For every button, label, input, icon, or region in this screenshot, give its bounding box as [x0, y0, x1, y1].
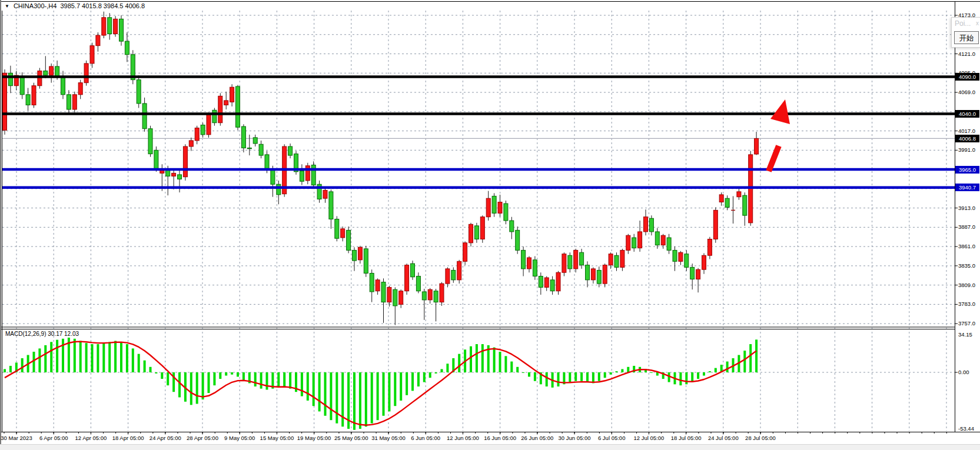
macd-histogram-bar [335, 372, 338, 424]
macd-histogram-bar [388, 372, 390, 411]
macd-histogram-bar [213, 372, 215, 385]
macd-histogram-bar [493, 348, 496, 372]
macd-histogram-bar [749, 344, 752, 372]
time-axis-label: 15 May 05:00 [260, 435, 294, 441]
candle-bull [72, 95, 77, 109]
macd-histogram-bar [56, 340, 58, 372]
candle-bull [323, 190, 327, 198]
macd-histogram-bar [132, 348, 134, 372]
time-axis-label: 30 Mar 2023 [1, 435, 32, 441]
close-icon[interactable]: x [976, 20, 979, 26]
time-axis-label: 12 Jul 05:00 [634, 435, 665, 441]
candle-bull [562, 254, 566, 273]
time-axis-label: 28 Jul 05:00 [745, 435, 776, 441]
candle-bear [416, 276, 420, 291]
macd-axis-zero-label: 0.00 [958, 369, 969, 375]
trend-arrow-shaft[interactable] [769, 146, 779, 171]
candle-bear [335, 219, 339, 239]
macd-histogram-bar [691, 372, 693, 382]
candle-bull [38, 71, 42, 86]
macd-histogram-bar [743, 351, 746, 372]
price-axis-label: 3913.0 [958, 205, 975, 211]
candle-bull [574, 250, 578, 269]
candle-bear [474, 226, 479, 239]
candle-bull [737, 192, 741, 197]
macd-histogram-bar [441, 369, 443, 372]
candle-bull [78, 83, 82, 95]
candle-bull [49, 66, 54, 75]
macd-histogram-bar [417, 372, 420, 386]
time-axis-label: 18 Jul 05:00 [671, 435, 702, 441]
macd-histogram-bar [709, 371, 711, 372]
candle-bear [236, 86, 240, 127]
candle-bull [32, 86, 36, 105]
time-axis-label: 25 May 05:00 [334, 435, 368, 441]
macd-histogram-bar [289, 372, 291, 389]
candle-bull [84, 64, 88, 83]
candle-bull [218, 96, 222, 122]
time-axis-label: 9 May 05:00 [224, 435, 255, 441]
time-axis-label: 16 Jun 05:00 [484, 435, 516, 441]
macd-histogram-bar [161, 372, 163, 379]
macd-histogram-bar [574, 372, 577, 381]
candle-bear [422, 292, 426, 300]
time-axis-label: 19 May 05:00 [297, 435, 331, 441]
candle-bear [381, 282, 386, 302]
start-button[interactable]: 开始 [954, 31, 979, 44]
macd-indicator-label: MACD(12,26,9) 30.17 12.03 [5, 331, 79, 337]
macd-histogram-bar [528, 372, 530, 376]
macd-histogram-bar [44, 345, 46, 372]
macd-histogram-bar [755, 339, 758, 372]
candle-bull [446, 269, 450, 284]
macd-histogram-bar [697, 372, 699, 379]
candle-bear [329, 192, 333, 219]
macd-histogram-bar [277, 372, 280, 388]
macd-histogram-bar [679, 372, 682, 385]
candle-bear [586, 265, 590, 280]
candle-bear [178, 175, 182, 179]
macd-histogram-bar [604, 372, 606, 378]
price-badge-3965.0: 3965.0 [955, 166, 979, 174]
candle-bear [550, 280, 554, 291]
macd-histogram-bar [21, 358, 24, 372]
macd-histogram-bar [668, 372, 670, 382]
macd-histogram-bar [586, 372, 589, 382]
candle-bull [591, 269, 595, 280]
candle-bull [713, 210, 717, 239]
price-axis-label: 3991.0 [958, 146, 975, 153]
price-axis-label: 4069.0 [958, 89, 975, 95]
candle-bull [195, 128, 199, 141]
candle-bull [679, 252, 683, 261]
macd-histogram-bar [114, 341, 117, 372]
macd-histogram-bar [341, 372, 344, 426]
macd-histogram-bar [208, 372, 210, 393]
macd-histogram-bar [74, 339, 76, 372]
macd-histogram-bar [260, 372, 263, 389]
macd-histogram-bar [400, 372, 402, 401]
macd-histogram-bar [476, 344, 478, 372]
macd-histogram-bar [470, 346, 472, 372]
candle-bear [690, 267, 695, 279]
candle-bull [207, 114, 211, 135]
candle-bear [580, 252, 584, 265]
candle-bear [61, 77, 65, 95]
candle-bear [516, 230, 520, 250]
time-axis-label: 12 Jun 05:00 [447, 435, 479, 441]
time-axis-label: 31 May 05:00 [371, 435, 406, 441]
time-axis-label: 28 Apr 05:00 [187, 435, 218, 441]
script-panel-window[interactable]: Poi... x 开始 [951, 17, 980, 48]
candle-bear [568, 255, 572, 269]
candle-bear [649, 218, 653, 232]
macd-histogram-bar [202, 372, 204, 399]
macd-histogram-bar [481, 344, 484, 372]
macd-histogram-bar [79, 341, 82, 372]
candle-bull [626, 235, 630, 250]
price-axis-label: 3887.0 [958, 224, 975, 230]
candle-bull [696, 269, 700, 279]
window-left-edge [0, 0, 1, 450]
chart-canvas[interactable] [0, 0, 980, 450]
candle-bull [399, 291, 403, 305]
macd-histogram-bar [411, 372, 414, 391]
candle-bear [393, 289, 397, 306]
candle-bear [655, 232, 659, 245]
